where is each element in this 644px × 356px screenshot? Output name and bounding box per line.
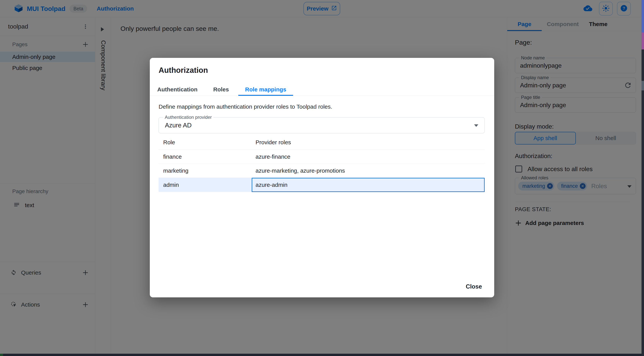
browser-scrollbar[interactable] [642,0,644,356]
table-row[interactable]: marketing azure-marketing, azure-promoti… [158,164,485,178]
chevron-down-icon [474,124,478,127]
screen: MUI Toolpad Beta Authorization Preview [0,0,644,356]
tab-label: Role mappings [245,86,286,93]
role-cell[interactable]: admin [158,182,252,188]
auth-provider-select[interactable]: Authentication provider Azure AD [158,117,485,133]
role-mappings-table: Role Provider roles finance azure-financ… [158,135,485,192]
tab-authentication[interactable]: Authentication [151,83,204,96]
scrollbar-segment [642,32,644,50]
close-button[interactable]: Close [462,280,486,293]
divider [150,96,494,96]
window-corner [0,354,3,356]
dialog-description: Define mappings from authentication prov… [158,104,332,110]
tab-role-mappings[interactable]: Role mappings [238,83,293,96]
column-header-provider-roles: Provider roles [252,139,485,146]
scrollbar-segment [642,0,644,32]
dialog-tabs: Authentication Roles Role mappings [151,83,293,96]
provider-roles-cell[interactable]: azure-marketing, azure-promotions [252,168,485,174]
authorization-dialog: Authorization Authentication Roles Role … [150,58,494,297]
table-header-row: Role Provider roles [158,135,485,150]
provider-roles-cell[interactable]: azure-admin [252,182,485,188]
role-cell[interactable]: finance [158,154,252,160]
window-bottom-edge [0,354,642,356]
role-cell[interactable]: marketing [158,168,252,174]
dialog-title: Authorization [158,66,208,74]
tab-label: Authentication [157,86,198,93]
column-header-role: Role [158,139,252,146]
auth-provider-value: Azure AD [165,118,192,133]
tab-label: Roles [213,86,229,93]
tab-roles[interactable]: Roles [204,83,238,96]
scrollbar-thumb[interactable] [642,81,644,90]
table-row[interactable]: finance azure-finance [158,150,485,164]
table-row-selected[interactable]: admin azure-admin [158,178,485,192]
provider-roles-cell[interactable]: azure-finance [252,154,485,160]
